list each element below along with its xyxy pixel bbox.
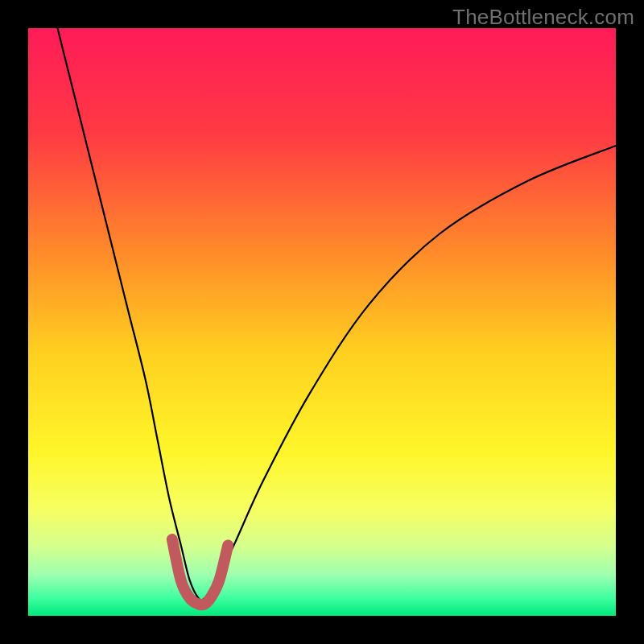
plot-area <box>28 28 616 616</box>
optimal-band <box>172 539 228 605</box>
bottleneck-curve <box>58 28 617 601</box>
curves-layer <box>28 28 616 616</box>
chart-frame: TheBottleneck.com <box>0 0 644 644</box>
watermark-text: TheBottleneck.com <box>452 5 634 30</box>
